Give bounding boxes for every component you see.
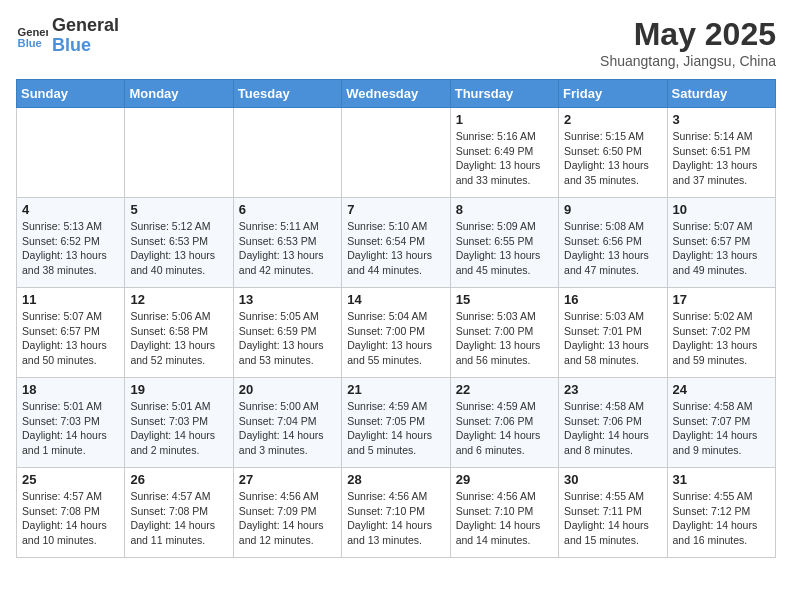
title-block: May 2025 Shuangtang, Jiangsu, China	[600, 16, 776, 69]
calendar-cell: 10Sunrise: 5:07 AM Sunset: 6:57 PM Dayli…	[667, 198, 775, 288]
calendar-header: SundayMondayTuesdayWednesdayThursdayFrid…	[17, 80, 776, 108]
calendar-cell	[233, 108, 341, 198]
weekday-row: SundayMondayTuesdayWednesdayThursdayFrid…	[17, 80, 776, 108]
calendar-cell: 14Sunrise: 5:04 AM Sunset: 7:00 PM Dayli…	[342, 288, 450, 378]
day-info: Sunrise: 4:59 AM Sunset: 7:06 PM Dayligh…	[456, 399, 553, 458]
calendar-cell: 17Sunrise: 5:02 AM Sunset: 7:02 PM Dayli…	[667, 288, 775, 378]
week-row-3: 11Sunrise: 5:07 AM Sunset: 6:57 PM Dayli…	[17, 288, 776, 378]
weekday-header-friday: Friday	[559, 80, 667, 108]
day-info: Sunrise: 5:05 AM Sunset: 6:59 PM Dayligh…	[239, 309, 336, 368]
day-number: 14	[347, 292, 444, 307]
day-number: 18	[22, 382, 119, 397]
calendar-cell	[125, 108, 233, 198]
calendar-cell: 13Sunrise: 5:05 AM Sunset: 6:59 PM Dayli…	[233, 288, 341, 378]
calendar-cell: 15Sunrise: 5:03 AM Sunset: 7:00 PM Dayli…	[450, 288, 558, 378]
logo: General Blue General Blue	[16, 16, 119, 56]
calendar-cell: 28Sunrise: 4:56 AM Sunset: 7:10 PM Dayli…	[342, 468, 450, 558]
day-info: Sunrise: 5:12 AM Sunset: 6:53 PM Dayligh…	[130, 219, 227, 278]
logo-text: General Blue	[52, 16, 119, 56]
calendar-cell	[342, 108, 450, 198]
calendar-cell: 21Sunrise: 4:59 AM Sunset: 7:05 PM Dayli…	[342, 378, 450, 468]
day-number: 8	[456, 202, 553, 217]
calendar-cell: 2Sunrise: 5:15 AM Sunset: 6:50 PM Daylig…	[559, 108, 667, 198]
weekday-header-wednesday: Wednesday	[342, 80, 450, 108]
page-header: General Blue General Blue May 2025 Shuan…	[16, 16, 776, 69]
weekday-header-tuesday: Tuesday	[233, 80, 341, 108]
weekday-header-sunday: Sunday	[17, 80, 125, 108]
logo-icon: General Blue	[16, 20, 48, 52]
day-info: Sunrise: 5:11 AM Sunset: 6:53 PM Dayligh…	[239, 219, 336, 278]
day-info: Sunrise: 5:10 AM Sunset: 6:54 PM Dayligh…	[347, 219, 444, 278]
weekday-header-saturday: Saturday	[667, 80, 775, 108]
day-number: 10	[673, 202, 770, 217]
day-number: 29	[456, 472, 553, 487]
day-info: Sunrise: 5:14 AM Sunset: 6:51 PM Dayligh…	[673, 129, 770, 188]
day-info: Sunrise: 5:06 AM Sunset: 6:58 PM Dayligh…	[130, 309, 227, 368]
calendar-cell: 12Sunrise: 5:06 AM Sunset: 6:58 PM Dayli…	[125, 288, 233, 378]
calendar-cell: 18Sunrise: 5:01 AM Sunset: 7:03 PM Dayli…	[17, 378, 125, 468]
svg-text:Blue: Blue	[18, 37, 42, 49]
day-info: Sunrise: 5:07 AM Sunset: 6:57 PM Dayligh…	[22, 309, 119, 368]
day-info: Sunrise: 5:13 AM Sunset: 6:52 PM Dayligh…	[22, 219, 119, 278]
week-row-5: 25Sunrise: 4:57 AM Sunset: 7:08 PM Dayli…	[17, 468, 776, 558]
calendar-cell: 29Sunrise: 4:56 AM Sunset: 7:10 PM Dayli…	[450, 468, 558, 558]
day-info: Sunrise: 5:01 AM Sunset: 7:03 PM Dayligh…	[22, 399, 119, 458]
day-number: 19	[130, 382, 227, 397]
calendar-cell: 31Sunrise: 4:55 AM Sunset: 7:12 PM Dayli…	[667, 468, 775, 558]
day-number: 7	[347, 202, 444, 217]
day-info: Sunrise: 4:56 AM Sunset: 7:10 PM Dayligh…	[456, 489, 553, 548]
day-info: Sunrise: 5:08 AM Sunset: 6:56 PM Dayligh…	[564, 219, 661, 278]
calendar-cell: 24Sunrise: 4:58 AM Sunset: 7:07 PM Dayli…	[667, 378, 775, 468]
location-subtitle: Shuangtang, Jiangsu, China	[600, 53, 776, 69]
day-number: 31	[673, 472, 770, 487]
day-number: 1	[456, 112, 553, 127]
day-info: Sunrise: 4:58 AM Sunset: 7:06 PM Dayligh…	[564, 399, 661, 458]
week-row-4: 18Sunrise: 5:01 AM Sunset: 7:03 PM Dayli…	[17, 378, 776, 468]
calendar-cell: 7Sunrise: 5:10 AM Sunset: 6:54 PM Daylig…	[342, 198, 450, 288]
calendar-body: 1Sunrise: 5:16 AM Sunset: 6:49 PM Daylig…	[17, 108, 776, 558]
day-number: 4	[22, 202, 119, 217]
calendar-cell: 19Sunrise: 5:01 AM Sunset: 7:03 PM Dayli…	[125, 378, 233, 468]
week-row-1: 1Sunrise: 5:16 AM Sunset: 6:49 PM Daylig…	[17, 108, 776, 198]
calendar-cell: 11Sunrise: 5:07 AM Sunset: 6:57 PM Dayli…	[17, 288, 125, 378]
day-number: 5	[130, 202, 227, 217]
day-number: 3	[673, 112, 770, 127]
day-number: 22	[456, 382, 553, 397]
calendar-cell: 3Sunrise: 5:14 AM Sunset: 6:51 PM Daylig…	[667, 108, 775, 198]
day-info: Sunrise: 5:16 AM Sunset: 6:49 PM Dayligh…	[456, 129, 553, 188]
day-number: 6	[239, 202, 336, 217]
calendar-cell: 4Sunrise: 5:13 AM Sunset: 6:52 PM Daylig…	[17, 198, 125, 288]
day-info: Sunrise: 5:03 AM Sunset: 7:00 PM Dayligh…	[456, 309, 553, 368]
day-info: Sunrise: 4:56 AM Sunset: 7:09 PM Dayligh…	[239, 489, 336, 548]
day-number: 16	[564, 292, 661, 307]
day-number: 28	[347, 472, 444, 487]
calendar-table: SundayMondayTuesdayWednesdayThursdayFrid…	[16, 79, 776, 558]
day-info: Sunrise: 5:00 AM Sunset: 7:04 PM Dayligh…	[239, 399, 336, 458]
day-number: 13	[239, 292, 336, 307]
day-info: Sunrise: 4:57 AM Sunset: 7:08 PM Dayligh…	[22, 489, 119, 548]
day-number: 21	[347, 382, 444, 397]
day-info: Sunrise: 4:55 AM Sunset: 7:11 PM Dayligh…	[564, 489, 661, 548]
calendar-cell: 23Sunrise: 4:58 AM Sunset: 7:06 PM Dayli…	[559, 378, 667, 468]
day-info: Sunrise: 4:59 AM Sunset: 7:05 PM Dayligh…	[347, 399, 444, 458]
month-title: May 2025	[600, 16, 776, 53]
day-number: 11	[22, 292, 119, 307]
weekday-header-monday: Monday	[125, 80, 233, 108]
day-info: Sunrise: 5:01 AM Sunset: 7:03 PM Dayligh…	[130, 399, 227, 458]
calendar-cell	[17, 108, 125, 198]
day-number: 12	[130, 292, 227, 307]
day-info: Sunrise: 4:56 AM Sunset: 7:10 PM Dayligh…	[347, 489, 444, 548]
day-number: 30	[564, 472, 661, 487]
day-number: 26	[130, 472, 227, 487]
calendar-cell: 5Sunrise: 5:12 AM Sunset: 6:53 PM Daylig…	[125, 198, 233, 288]
day-number: 9	[564, 202, 661, 217]
day-info: Sunrise: 4:57 AM Sunset: 7:08 PM Dayligh…	[130, 489, 227, 548]
week-row-2: 4Sunrise: 5:13 AM Sunset: 6:52 PM Daylig…	[17, 198, 776, 288]
calendar-cell: 22Sunrise: 4:59 AM Sunset: 7:06 PM Dayli…	[450, 378, 558, 468]
day-info: Sunrise: 4:58 AM Sunset: 7:07 PM Dayligh…	[673, 399, 770, 458]
day-number: 2	[564, 112, 661, 127]
svg-text:General: General	[18, 26, 48, 38]
day-info: Sunrise: 5:09 AM Sunset: 6:55 PM Dayligh…	[456, 219, 553, 278]
calendar-cell: 27Sunrise: 4:56 AM Sunset: 7:09 PM Dayli…	[233, 468, 341, 558]
day-number: 24	[673, 382, 770, 397]
